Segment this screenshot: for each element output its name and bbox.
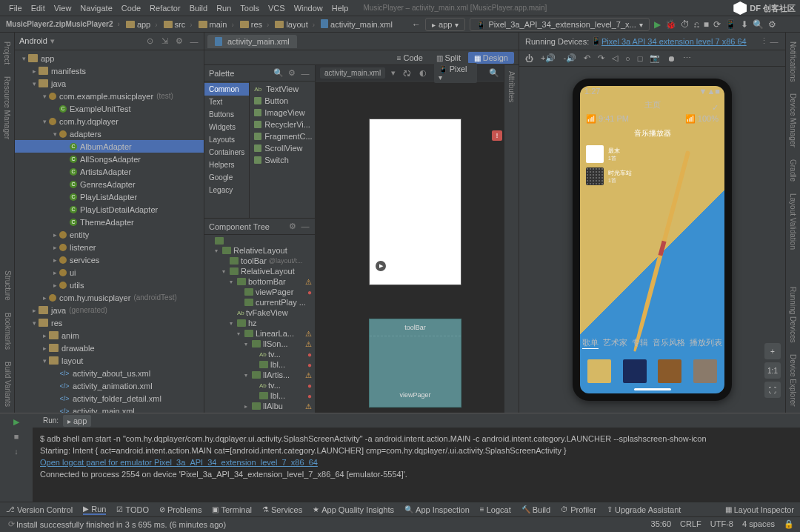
emu-voldown-icon[interactable]: -🔊 [563, 53, 576, 63]
collapse-icon[interactable]: ⇲ [159, 36, 170, 47]
album-cover[interactable] [587, 359, 611, 383]
palette-search-icon[interactable]: 🔍 [273, 68, 284, 79]
ctree-toolbar[interactable]: toolBar@layout/t... [204, 256, 315, 266]
status-eol[interactable]: CRLF [680, 519, 701, 530]
tree-item-exampleunittest[interactable]: ExampleUnitTest [15, 102, 204, 115]
palette-cat-helpers[interactable]: Helpers [204, 159, 249, 171]
palette-categories[interactable]: CommonTextButtonsWidgetsLayoutsContainer… [204, 82, 250, 218]
palette-settings-icon[interactable]: ⚙ [287, 68, 297, 79]
palette-item-button[interactable]: Button [250, 95, 316, 107]
status-encoding[interactable]: UTF-8 [710, 519, 733, 530]
ctree-hide-icon[interactable]: — [300, 221, 310, 231]
emu-screenshot-icon[interactable]: 📷 [650, 53, 660, 63]
ctree-tvfakeview[interactable]: AbtvFakeView [204, 307, 315, 318]
emu-more-icon[interactable]: ⋮ [759, 36, 769, 47]
avd-icon[interactable]: 📱 [725, 19, 736, 30]
menu-help[interactable]: Help [327, 4, 353, 13]
tree-item-services[interactable]: ▸services [15, 253, 204, 266]
palette-items[interactable]: AbTextViewButtonImageViewRecyclerVi...Fr… [250, 82, 316, 218]
settings-icon[interactable]: ⚙ [768, 19, 776, 30]
attributes-tab[interactable]: Attributes [504, 65, 519, 108]
emu-record-icon[interactable]: ⏺ [667, 54, 676, 63]
ctree-settings-icon[interactable]: ⚙ [287, 222, 298, 232]
view-design[interactable]: ▦ Design [468, 52, 514, 64]
tree-item-activity-folder-detail-xml[interactable]: activity_folder_detail.xml [15, 392, 204, 405]
bt-app-inspection[interactable]: 🔍App Inspection [404, 505, 470, 514]
rail-gradle[interactable]: Gradle [789, 159, 797, 182]
menu-build[interactable]: Build [185, 4, 212, 13]
search-icon[interactable]: 🔍 [753, 19, 764, 30]
palette-hide-icon[interactable]: — [300, 68, 310, 79]
ctree-tv---[interactable]: Abtv...● [204, 380, 315, 390]
layout-preview-surface[interactable]: ▶ [369, 119, 461, 285]
crumb-app[interactable]: app [123, 20, 161, 29]
ctree-llalbu[interactable]: ▸llAlbu⚠ [204, 401, 315, 411]
ctree-llartis---[interactable]: ▾llArtis...⚠ [204, 370, 315, 380]
sync-icon[interactable]: ⟳ [713, 19, 721, 30]
device-tab-icon[interactable]: 📱 [591, 36, 601, 47]
album-cover[interactable] [693, 359, 717, 383]
tree-item-com-example-musicplayer[interactable]: ▾com.example.musicplayer(test) [15, 90, 204, 102]
menu-code[interactable]: Code [117, 4, 145, 13]
palette-cat-legacy[interactable]: Legacy [204, 184, 249, 196]
rail-build-variants[interactable]: Build Variants [4, 362, 12, 407]
attach-icon[interactable]: ⎌ [694, 19, 699, 30]
orientation-icon[interactable]: 🗘 [401, 68, 412, 79]
menu-refactor[interactable]: Refactor [145, 4, 185, 13]
layout-blueprint[interactable]: toolBar viewPager [369, 319, 461, 408]
ctree-viewpager[interactable]: viewPager● [204, 287, 315, 297]
locate-icon[interactable]: ⊙ [144, 36, 155, 47]
menu-tools[interactable]: Tools [236, 4, 264, 13]
design-canvas[interactable]: activity_main.xml▾ 🗘 ◐ 📱 Pixel ▾ 🔍 ! ▶ t… [316, 65, 504, 413]
ctree-currentplay----[interactable]: currentPlay ... [204, 297, 315, 307]
emu-power-icon[interactable]: ⏻ [525, 54, 533, 63]
tree-item-com-hy-dqplayer[interactable]: ▾com.hy.dqplayer [15, 115, 204, 127]
profile-icon[interactable]: ⏱ [681, 19, 690, 30]
run-config-dropdown[interactable]: ▸ app ▾ [425, 18, 465, 31]
crumb-res[interactable]: res [237, 20, 273, 29]
tree-item-genresadapter[interactable]: GenresAdapter [15, 178, 204, 190]
device-dropdown[interactable]: 📱 Pixel_3a_API_34_extension_level_7_x...… [470, 18, 649, 31]
status-sync-icon[interactable]: ⟳ [6, 519, 16, 530]
bt-app-quality[interactable]: ★App Quality Insights [313, 505, 394, 514]
zoom-fit-icon[interactable]: 1:1 [764, 362, 781, 379]
palette-cat-common[interactable]: Common [204, 83, 249, 96]
bt-todo[interactable]: ☑TODO [116, 505, 149, 514]
palette-cat-text[interactable]: Text [204, 96, 249, 108]
ctree--layout-[interactable] [204, 236, 315, 245]
rail-bookmarks[interactable]: Bookmarks [4, 313, 12, 350]
tree-item-ui[interactable]: ▸ui [15, 266, 204, 279]
app-tabs[interactable]: 歌单 艺术家 专辑 音乐风格 播放列表 [580, 337, 724, 349]
rail-project[interactable]: Project [3, 41, 11, 64]
menu-run[interactable]: Run [212, 4, 236, 13]
palette-item-switch[interactable]: Switch [250, 154, 316, 166]
tree-item-playlistadapter[interactable]: PlayListAdapter [15, 190, 204, 203]
attributes-rail[interactable]: Attributes [504, 65, 519, 413]
tree-item-com-hy-musicplayer[interactable]: ▸com.hy.musicplayer(androidTest) [15, 291, 204, 304]
run-icon[interactable]: ▶ [654, 19, 661, 30]
ctree-lbl---[interactable]: lbl...● [204, 359, 315, 370]
palette-cat-buttons[interactable]: Buttons [204, 108, 249, 121]
rail-structure[interactable]: Structure [4, 270, 12, 301]
tree-item-entity[interactable]: ▸entity [15, 228, 204, 241]
tree-item-utils[interactable]: ▸utils [15, 279, 204, 291]
tree-item-layout[interactable]: ▾layout [15, 354, 204, 367]
ctree-bottombar[interactable]: ▾bottomBar⚠ [204, 276, 315, 287]
rail-notifications[interactable]: Notifications [789, 41, 797, 82]
ctree-relativelayout[interactable]: ▾RelativeLayout [204, 245, 315, 256]
tree-item-java[interactable]: ▾java [15, 77, 204, 90]
night-icon-icon[interactable]: ◐ [418, 68, 428, 79]
tree-item-app[interactable]: ▾app [15, 52, 204, 64]
emu-home-icon[interactable]: ○ [625, 54, 630, 63]
rail-device-manager[interactable]: Device Manager [789, 93, 797, 147]
emu-volup-icon[interactable]: +🔊 [541, 53, 556, 63]
sdk-icon[interactable]: ⬇ [741, 19, 748, 30]
menu-vcs[interactable]: VCS [264, 4, 290, 13]
album-covers[interactable] [580, 359, 724, 383]
bt-build[interactable]: 🔨Build [521, 505, 550, 514]
project-tree[interactable]: ▾app▸manifests▾java▾com.example.musicpla… [15, 50, 204, 413]
ctree-llson---[interactable]: ▾llSon...⚠ [204, 339, 315, 349]
zoom-icon[interactable]: 🔍 [489, 68, 499, 79]
bt-services[interactable]: ⚗Services [262, 505, 302, 514]
bt-profiler[interactable]: ⏱Profiler [561, 505, 596, 514]
